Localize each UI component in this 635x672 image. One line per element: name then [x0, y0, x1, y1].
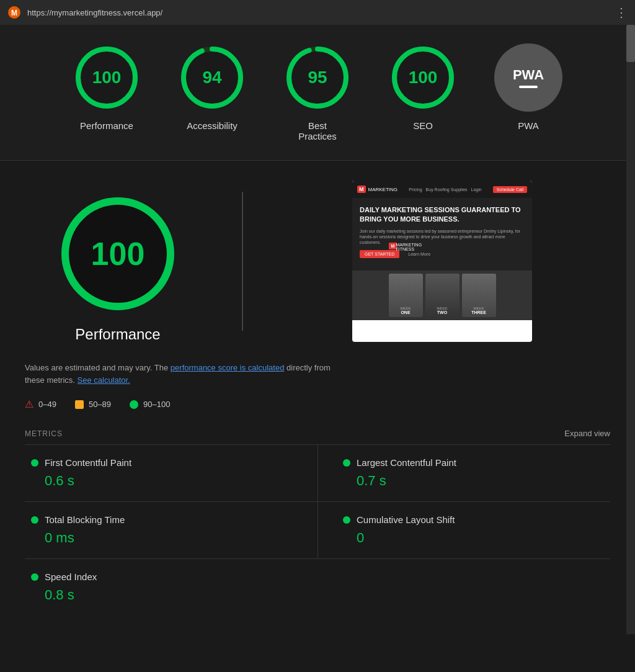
performance-score: 100: [92, 68, 122, 87]
warning-icon: ⚠: [25, 398, 33, 410]
description-text-1: Values are estimated and may vary. The: [25, 363, 168, 372]
metric-si-name-row: Speed Index: [31, 571, 604, 582]
lcp-value: 0.7 s: [343, 473, 604, 489]
url-bar: https://mymarketingfitness.vercel.app/: [27, 8, 162, 17]
fcp-dot-icon: [31, 459, 38, 467]
performance-detail-right: M MARKETING Pricing Buy Roofing Supplies…: [274, 179, 610, 343]
tbt-name: Total Blocking Time: [45, 514, 125, 525]
metrics-header: METRICS Expand view: [25, 429, 610, 438]
metric-tbt: Total Blocking Time 0 ms: [25, 501, 318, 558]
preview-nav-links: Pricing Buy Roofing Supplies Login: [409, 187, 481, 192]
top-bar: M https://mymarketingfitness.vercel.app/…: [0, 0, 635, 25]
favicon-icon: M: [7, 6, 21, 19]
score-legend: ⚠ 0–49 50–89 90–100: [25, 398, 610, 410]
seo-score: 100: [409, 68, 438, 87]
lcp-dot-icon: [343, 459, 350, 467]
preview-person-1: WEEK ONE: [389, 274, 423, 317]
scrollbar-thumb[interactable]: [626, 25, 635, 62]
pwa-dash: [519, 86, 538, 88]
legend-orange: 50–89: [75, 400, 111, 409]
performance-score-link[interactable]: performance score is calculated: [171, 363, 285, 372]
performance-detail-title: Performance: [75, 326, 160, 343]
cls-name: Cumulative Layout Shift: [357, 514, 455, 525]
score-performance[interactable]: 100 Performance: [73, 43, 141, 141]
preview-nav: M MARKETING Pricing Buy Roofing Supplies…: [352, 181, 532, 198]
score-seo[interactable]: 100 SEO: [389, 43, 457, 141]
preview-hero-sub: Join our daily marketing sessions led by…: [360, 228, 525, 245]
legend-green-range: 90–100: [143, 400, 170, 409]
preview-schedule-btn: Schedule Call: [493, 186, 527, 193]
svg-text:M: M: [11, 9, 17, 17]
preview-brand-name: MARKETING: [368, 187, 398, 192]
metric-lcp: Largest Contentful Paint 0.7 s: [318, 444, 610, 501]
main-content: 100 Performance M MARKETING Pricin: [0, 161, 635, 634]
performance-label: Performance: [80, 120, 133, 131]
legend-orange-range: 50–89: [89, 400, 111, 409]
top-bar-left: M https://mymarketingfitness.vercel.app/: [7, 6, 162, 19]
website-preview: M MARKETING Pricing Buy Roofing Supplies…: [352, 181, 532, 342]
performance-circle: 100: [73, 43, 141, 112]
metric-lcp-name-row: Largest Contentful Paint: [343, 457, 604, 468]
seo-circle: 100: [389, 43, 457, 112]
pwa-label: PWA: [518, 120, 539, 131]
accessibility-label: Accessibility: [187, 120, 238, 131]
preview-person-3: WEEK THREE: [462, 274, 496, 317]
score-accessibility[interactable]: 94 Accessibility: [178, 43, 246, 141]
legend-green: 90–100: [130, 400, 170, 409]
fcp-name: First Contentful Paint: [45, 457, 131, 468]
preview-bottom: WEEK ONE WEEK TWO WEEK THREE: [352, 271, 532, 320]
lcp-name: Largest Contentful Paint: [357, 457, 456, 468]
cls-value: 0: [343, 530, 604, 546]
tbt-dot-icon: [31, 516, 38, 524]
pwa-circle: PWA: [494, 43, 562, 112]
si-name: Speed Index: [45, 571, 97, 582]
accessibility-circle: 94: [178, 43, 246, 112]
metrics-grid: First Contentful Paint 0.6 s Largest Con…: [25, 444, 610, 558]
score-pwa[interactable]: PWA PWA: [494, 43, 562, 141]
performance-detail-left: 100 Performance: [25, 179, 211, 343]
metric-cls: Cumulative Layout Shift 0: [318, 501, 610, 558]
legend-red-range: 0–49: [38, 400, 56, 409]
metric-tbt-name-row: Total Blocking Time: [31, 514, 293, 525]
preview-nav-logo: M MARKETING: [357, 186, 397, 193]
scrollbar[interactable]: [626, 0, 635, 634]
performance-detail: 100 Performance M MARKETING Pricin: [25, 179, 610, 343]
best-practices-circle: 95: [283, 43, 352, 112]
scores-section: 100 Performance 94 Accessibility: [0, 25, 635, 161]
big-performance-circle: 100: [56, 192, 180, 316]
si-value: 0.8 s: [31, 587, 604, 603]
preview-person-2: WEEK TWO: [425, 274, 460, 317]
metric-si: Speed Index 0.8 s: [25, 558, 610, 616]
calculator-link[interactable]: See calculator.: [78, 375, 130, 385]
metrics-title: METRICS: [25, 429, 63, 438]
legend-red: ⚠ 0–49: [25, 398, 56, 410]
description-area: Values are estimated and may vary. The p…: [25, 362, 335, 386]
orange-dot-icon: [75, 400, 84, 409]
metric-fcp-name-row: First Contentful Paint: [31, 457, 293, 468]
preview-marketing-overlay: MARKETINGFITNESS: [396, 243, 422, 251]
score-best-practices[interactable]: 95 BestPractices: [283, 43, 352, 141]
preview-hero-btns: GET STARTED Learn More: [360, 250, 525, 258]
cls-dot-icon: [343, 516, 350, 524]
big-performance-score: 100: [91, 235, 145, 272]
preview-hero-title: DAILY MARKETING SESSIONS GUARANTEED TO B…: [360, 205, 525, 225]
preview-cta1: GET STARTED: [360, 250, 399, 258]
green-dot-icon: [130, 400, 138, 409]
tbt-value: 0 ms: [31, 530, 293, 546]
seo-label: SEO: [413, 120, 433, 131]
preview-hero: DAILY MARKETING SESSIONS GUARANTEED TO B…: [352, 198, 532, 271]
preview-logo-m: M: [357, 186, 366, 193]
si-dot-icon: [31, 573, 38, 581]
best-practices-score: 95: [308, 68, 327, 87]
expand-view-button[interactable]: Expand view: [564, 429, 610, 438]
pwa-text: PWA: [513, 67, 544, 83]
metric-cls-name-row: Cumulative Layout Shift: [343, 514, 604, 525]
fcp-value: 0.6 s: [31, 473, 293, 489]
metric-fcp: First Contentful Paint 0.6 s: [25, 444, 318, 501]
accessibility-score: 94: [202, 68, 221, 87]
more-options-icon[interactable]: ⋮: [615, 5, 628, 20]
best-practices-label: BestPractices: [298, 120, 337, 141]
separator-line: [242, 192, 243, 331]
